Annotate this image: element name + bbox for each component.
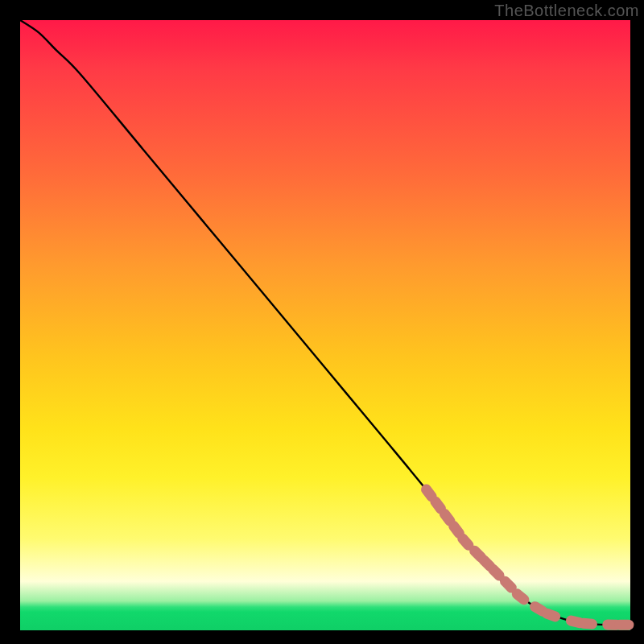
plot-area bbox=[20, 20, 630, 630]
watermark-text: TheBottleneck.com bbox=[494, 2, 639, 20]
highlight-dot bbox=[614, 620, 634, 630]
curve-layer bbox=[20, 20, 630, 630]
bottleneck-curve bbox=[20, 20, 630, 625]
chart-frame: TheBottleneck.com bbox=[0, 0, 644, 644]
curve-path bbox=[20, 20, 630, 625]
highlight-dots bbox=[419, 482, 634, 630]
